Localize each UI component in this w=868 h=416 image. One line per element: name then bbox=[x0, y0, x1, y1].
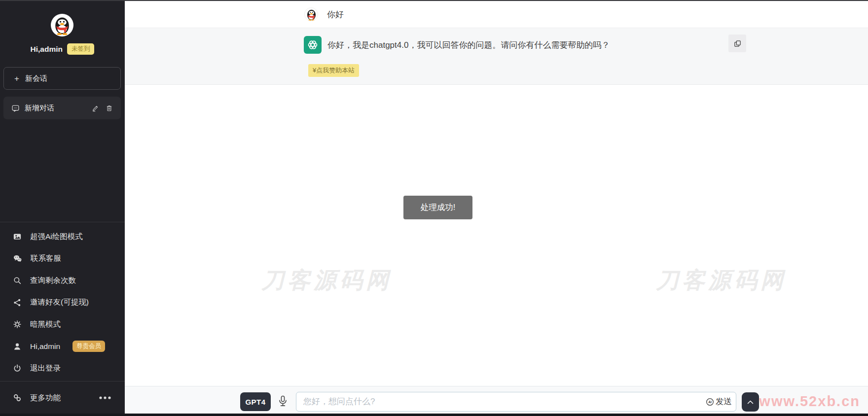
more-features-row[interactable]: 更多功能 bbox=[0, 386, 125, 409]
chatgpt-logo-icon bbox=[304, 36, 322, 54]
wechat-icon bbox=[13, 254, 22, 263]
user-avatar bbox=[304, 7, 318, 21]
menu-item-account[interactable]: Hi,admin 尊贵会员 bbox=[0, 336, 125, 358]
qq-penguin-icon bbox=[305, 8, 318, 21]
edit-icon[interactable] bbox=[92, 104, 99, 112]
message-input-wrap: AI 发送 bbox=[296, 392, 736, 412]
new-conversation-button[interactable]: + 新会话 bbox=[3, 67, 121, 90]
search-icon bbox=[13, 276, 22, 285]
window-top-border bbox=[0, 0, 868, 1]
chat-bubble-icon bbox=[11, 104, 20, 112]
chat-area: 你好 你好，我是chatgpt4.0，我可以回答你的问题。请问你有什么需要帮助的… bbox=[125, 0, 868, 416]
image-icon bbox=[13, 232, 22, 241]
delete-icon[interactable] bbox=[106, 104, 113, 112]
sponsor-badge[interactable]: ¥点我赞助本站 bbox=[308, 64, 359, 77]
composer-bar: GPT4 AI 发送 bbox=[125, 386, 868, 414]
menu-item-contact-support[interactable]: 联系客服 bbox=[0, 248, 125, 270]
window-bottom-border bbox=[0, 414, 868, 416]
corner-watermark-text: www.52xb.cn bbox=[759, 393, 860, 410]
menu-item-dark-mode[interactable]: 暗黑模式 bbox=[0, 313, 125, 336]
power-icon bbox=[13, 364, 22, 373]
model-selector-button[interactable]: GPT4 bbox=[240, 392, 271, 411]
link-icon bbox=[13, 393, 22, 402]
menu-label: 超强Ai绘图模式 bbox=[30, 232, 83, 242]
toast-message: 处理成功! bbox=[403, 196, 472, 219]
share-icon bbox=[13, 298, 22, 307]
microphone-button[interactable] bbox=[276, 394, 289, 409]
send-button[interactable]: AI 发送 bbox=[705, 392, 732, 412]
qq-penguin-icon bbox=[52, 15, 72, 35]
vip-badge: 尊贵会员 bbox=[72, 341, 105, 352]
copy-icon bbox=[733, 39, 742, 48]
signin-badge[interactable]: 未签到 bbox=[67, 43, 95, 55]
sidebar: Hi,admin 未签到 + 新会话 新增对话 bbox=[0, 0, 125, 416]
greeting-row: Hi,admin 未签到 bbox=[0, 43, 125, 55]
menu-label: 退出登录 bbox=[30, 363, 61, 374]
ellipsis-icon[interactable] bbox=[99, 396, 111, 400]
watermark-text: 刀客源码网 bbox=[656, 265, 787, 296]
menu-label: 邀请好友(可提现) bbox=[30, 297, 89, 308]
svg-text:AI: AI bbox=[708, 400, 712, 403]
microphone-icon bbox=[278, 395, 288, 408]
conversation-list-item[interactable]: 新增对话 bbox=[3, 97, 121, 119]
new-conversation-label: 新会话 bbox=[25, 74, 47, 83]
send-label: 发送 bbox=[716, 396, 732, 407]
menu-label: 查询剩余次数 bbox=[30, 276, 76, 286]
sidebar-divider-bottom bbox=[0, 381, 125, 381]
collapse-button[interactable] bbox=[742, 392, 759, 412]
assistant-message-row: 你好，我是chatgpt4.0，我可以回答你的问题。请问你有什么需要帮助的吗？ … bbox=[125, 28, 868, 85]
menu-label: 联系客服 bbox=[31, 253, 61, 264]
user-message-text: 你好 bbox=[327, 9, 344, 20]
menu-label: Hi,admin bbox=[30, 342, 60, 351]
menu-item-query-remaining[interactable]: 查询剩余次数 bbox=[0, 270, 125, 292]
menu-item-logout[interactable]: 退出登录 bbox=[0, 357, 125, 380]
app-window: Hi,admin 未签到 + 新会话 新增对话 bbox=[0, 0, 868, 416]
menu-item-ai-drawing[interactable]: 超强Ai绘图模式 bbox=[0, 226, 125, 248]
conversation-actions bbox=[92, 104, 113, 112]
sidebar-menu: 超强Ai绘图模式 联系客服 bbox=[0, 226, 125, 380]
sidebar-divider-top bbox=[0, 222, 125, 222]
user-message-row: 你好 bbox=[125, 1, 868, 28]
message-input[interactable] bbox=[296, 392, 736, 412]
send-ai-icon: AI bbox=[705, 397, 715, 407]
greeting-text: Hi,admin bbox=[31, 45, 63, 54]
gear-icon bbox=[13, 320, 22, 329]
plus-icon: + bbox=[14, 74, 19, 83]
menu-label: 暗黑模式 bbox=[30, 319, 61, 330]
conversation-title: 新增对话 bbox=[25, 104, 54, 113]
assistant-message-text: 你好，我是chatgpt4.0，我可以回答你的问题。请问你有什么需要帮助的吗？ bbox=[327, 39, 610, 51]
avatar bbox=[51, 14, 73, 36]
chevron-up-icon bbox=[747, 399, 754, 405]
user-icon bbox=[13, 342, 22, 351]
watermark-text: 刀客源码网 bbox=[261, 265, 392, 296]
copy-button[interactable] bbox=[728, 35, 746, 52]
more-features-label: 更多功能 bbox=[30, 393, 61, 403]
menu-item-invite-friends[interactable]: 邀请好友(可提现) bbox=[0, 292, 125, 314]
